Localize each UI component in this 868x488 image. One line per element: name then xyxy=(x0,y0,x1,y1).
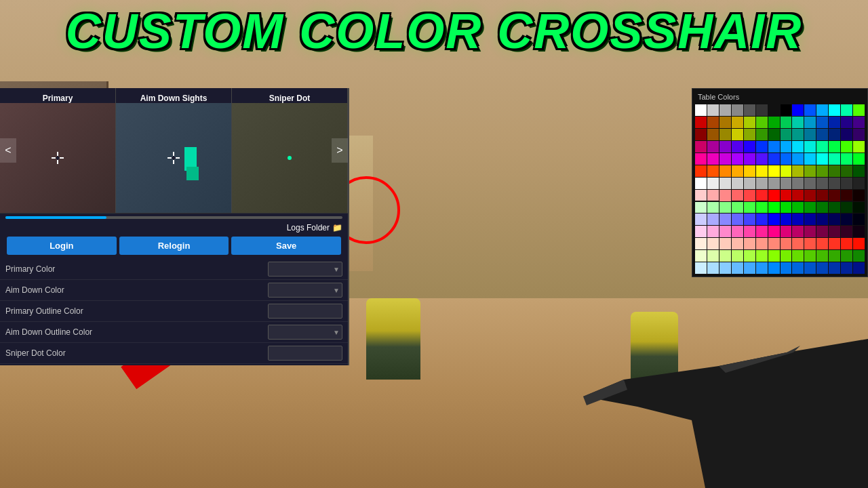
palette-cell[interactable] xyxy=(804,153,816,165)
palette-cell[interactable] xyxy=(829,129,840,140)
palette-cell[interactable] xyxy=(829,190,840,201)
palette-cell[interactable] xyxy=(853,178,865,189)
palette-cell[interactable] xyxy=(744,262,755,274)
palette-cell[interactable] xyxy=(695,214,707,225)
palette-cell[interactable] xyxy=(816,250,828,262)
palette-cell[interactable] xyxy=(804,129,816,140)
palette-cell[interactable] xyxy=(719,262,731,274)
palette-cell[interactable] xyxy=(695,178,707,189)
palette-cell[interactable] xyxy=(841,104,852,116)
palette-cell[interactable] xyxy=(744,214,755,225)
palette-cell[interactable] xyxy=(781,117,792,128)
palette-cell[interactable] xyxy=(841,117,852,128)
palette-cell[interactable] xyxy=(804,104,816,116)
palette-cell[interactable] xyxy=(781,178,792,189)
palette-cell[interactable] xyxy=(816,214,828,225)
palette-cell[interactable] xyxy=(841,165,852,177)
palette-cell[interactable] xyxy=(829,141,840,152)
palette-cell[interactable] xyxy=(816,202,828,214)
palette-cell[interactable] xyxy=(756,214,768,225)
palette-cell[interactable] xyxy=(695,190,707,201)
palette-cell[interactable] xyxy=(816,165,828,177)
palette-cell[interactable] xyxy=(841,250,852,262)
palette-cell[interactable] xyxy=(707,178,719,189)
palette-cell[interactable] xyxy=(719,190,731,201)
primary-color-dropdown[interactable] xyxy=(268,262,342,277)
palette-cell[interactable] xyxy=(829,238,840,249)
palette-cell[interactable] xyxy=(792,165,804,177)
palette-cell[interactable] xyxy=(781,202,792,214)
palette-cell[interactable] xyxy=(792,117,804,128)
palette-cell[interactable] xyxy=(853,226,865,237)
palette-cell[interactable] xyxy=(804,250,816,262)
palette-cell[interactable] xyxy=(768,202,780,214)
palette-cell[interactable] xyxy=(804,141,816,152)
palette-cell[interactable] xyxy=(853,238,865,249)
palette-cell[interactable] xyxy=(792,141,804,152)
palette-cell[interactable] xyxy=(804,262,816,274)
palette-cell[interactable] xyxy=(792,190,804,201)
aim-down-outline-color-dropdown[interactable] xyxy=(268,325,342,340)
palette-cell[interactable] xyxy=(781,262,792,274)
palette-cell[interactable] xyxy=(707,117,719,128)
palette-cell[interactable] xyxy=(829,202,840,214)
save-button[interactable]: Save xyxy=(231,237,341,255)
palette-cell[interactable] xyxy=(804,202,816,214)
palette-cell[interactable] xyxy=(707,262,719,274)
palette-cell[interactable] xyxy=(781,104,792,116)
palette-cell[interactable] xyxy=(792,202,804,214)
palette-cell[interactable] xyxy=(695,129,707,140)
palette-cell[interactable] xyxy=(816,104,828,116)
palette-cell[interactable] xyxy=(829,262,840,274)
palette-cell[interactable] xyxy=(829,250,840,262)
palette-cell[interactable] xyxy=(829,153,840,165)
palette-cell[interactable] xyxy=(695,226,707,237)
palette-cell[interactable] xyxy=(816,141,828,152)
palette-cell[interactable] xyxy=(804,165,816,177)
palette-cell[interactable] xyxy=(768,226,780,237)
palette-cell[interactable] xyxy=(695,202,707,214)
palette-cell[interactable] xyxy=(719,129,731,140)
palette-cell[interactable] xyxy=(744,141,755,152)
palette-cell[interactable] xyxy=(744,226,755,237)
palette-cell[interactable] xyxy=(781,226,792,237)
palette-cell[interactable] xyxy=(816,178,828,189)
palette-cell[interactable] xyxy=(756,165,768,177)
palette-cell[interactable] xyxy=(841,214,852,225)
palette-cell[interactable] xyxy=(816,153,828,165)
palette-cell[interactable] xyxy=(732,153,743,165)
palette-cell[interactable] xyxy=(732,190,743,201)
palette-cell[interactable] xyxy=(792,250,804,262)
palette-cell[interactable] xyxy=(768,190,780,201)
palette-cell[interactable] xyxy=(756,117,768,128)
palette-cell[interactable] xyxy=(756,141,768,152)
palette-cell[interactable] xyxy=(841,129,852,140)
palette-cell[interactable] xyxy=(732,262,743,274)
palette-cell[interactable] xyxy=(781,238,792,249)
palette-cell[interactable] xyxy=(768,178,780,189)
palette-cell[interactable] xyxy=(756,262,768,274)
palette-cell[interactable] xyxy=(695,141,707,152)
palette-cell[interactable] xyxy=(853,214,865,225)
palette-cell[interactable] xyxy=(804,214,816,225)
palette-cell[interactable] xyxy=(841,178,852,189)
palette-cell[interactable] xyxy=(695,238,707,249)
palette-cell[interactable] xyxy=(792,129,804,140)
palette-cell[interactable] xyxy=(756,250,768,262)
palette-cell[interactable] xyxy=(744,238,755,249)
palette-cell[interactable] xyxy=(768,141,780,152)
palette-cell[interactable] xyxy=(829,226,840,237)
palette-cell[interactable] xyxy=(853,165,865,177)
palette-cell[interactable] xyxy=(781,141,792,152)
palette-cell[interactable] xyxy=(841,202,852,214)
palette-cell[interactable] xyxy=(853,117,865,128)
palette-cell[interactable] xyxy=(816,117,828,128)
palette-cell[interactable] xyxy=(853,202,865,214)
palette-cell[interactable] xyxy=(732,202,743,214)
palette-cell[interactable] xyxy=(792,153,804,165)
palette-cell[interactable] xyxy=(768,129,780,140)
palette-cell[interactable] xyxy=(768,104,780,116)
palette-cell[interactable] xyxy=(707,190,719,201)
scroll-left-button[interactable]: < xyxy=(0,138,16,163)
palette-cell[interactable] xyxy=(816,129,828,140)
